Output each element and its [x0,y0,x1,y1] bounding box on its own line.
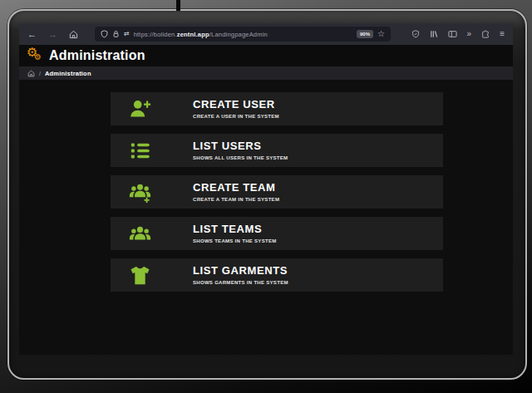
forward-button[interactable]: → [48,30,57,39]
app-header: ⚙ ⚙ Administration [19,45,513,66]
menu-card-title: LIST USERS [193,140,288,152]
shield-icon[interactable] [101,30,108,38]
menu-card-text: LIST GARMENTS SHOWS GARMENTS IN THE SYST… [193,265,288,284]
menu-card-list-users[interactable]: LIST USERS SHOWS ALL USERS IN THE SYSTEM [111,134,443,167]
url-text[interactable]: https://boliden.zentnl.app/LandingpageAd… [134,31,268,38]
url-domain: zentnl.app [177,31,209,38]
bookmark-star-icon[interactable]: ☆ [377,30,385,38]
gear-small-icon: ⚙ [34,53,42,61]
menu-card-text: LIST USERS SHOWS ALL USERS IN THE SYSTEM [193,140,288,160]
menu-card-subtitle: CREATE A TEAM IN THE SYSTEM [193,197,279,202]
menu-card-subtitle: SHOWS ALL USERS IN THE SYSTEM [193,155,288,160]
back-button[interactable]: ← [27,30,37,39]
swap-arrows-icon[interactable]: ⇄ [124,31,130,37]
menu-card-title: LIST TEAMS [193,224,277,235]
library-icon[interactable] [430,30,438,38]
person-add-icon [129,98,151,120]
url-prefix: https://boliden. [134,31,177,38]
menu-card-subtitle: SHOWS TEAMS IN THE SYSTEM [193,238,277,243]
extensions-puzzle-icon[interactable] [481,30,490,38]
toolbar-right-icons: » ≡ [411,30,505,38]
url-bar[interactable]: ⇄ https://boliden.zentnl.app/Landingpage… [95,27,391,42]
menu-card-title: LIST GARMENTS [193,265,288,277]
home-icon[interactable] [69,30,78,39]
menu-card-title: CREATE USER [193,99,279,111]
page-title: Administration [49,48,145,63]
url-path: /LandingpageAdmin [209,31,268,38]
overflow-chevrons-icon[interactable]: » [467,30,472,38]
sidebar-icon[interactable] [448,30,457,38]
menu-card-create-user[interactable]: CREATE USER CREATE A USER IN THE SYSTEM [111,92,443,125]
breadcrumb-home-icon[interactable] [27,70,35,77]
menu-card-subtitle: SHOWS GARMENTS IN THE SYSTEM [193,280,288,285]
group-icon [129,223,151,245]
breadcrumb-current[interactable]: Administration [45,70,91,77]
menu-card-text: CREATE USER CREATE A USER IN THE SYSTEM [193,99,279,118]
menu-card-text: LIST TEAMS SHOWS TEAMS IN THE SYSTEM [193,224,277,243]
device-notch [176,0,180,11]
menu-card-title: CREATE TEAM [193,182,279,194]
breadcrumb-separator: / [39,71,41,76]
group-add-icon [129,181,151,204]
tshirt-icon [129,264,151,287]
protections-shield-icon[interactable] [411,30,420,38]
lock-icon[interactable] [112,30,120,38]
menu-hamburger-icon[interactable]: ≡ [500,30,505,38]
list-icon [129,140,151,162]
menu-card-list-teams[interactable]: LIST TEAMS SHOWS TEAMS IN THE SYSTEM [111,217,443,250]
gears-logo-icon: ⚙ ⚙ [27,47,45,65]
menu-card-create-team[interactable]: CREATE TEAM CREATE A TEAM IN THE SYSTEM [111,175,443,209]
main-content: CREATE USER CREATE A USER IN THE SYSTEM … [19,80,513,355]
zoom-level-badge[interactable]: 90% [357,30,373,38]
browser-window: ← → ⇄ https://boliden.zentnl.app/Landing… [19,23,513,355]
browser-toolbar: ← → ⇄ https://boliden.zentnl.app/Landing… [19,23,513,45]
menu-card-list-garments[interactable]: LIST GARMENTS SHOWS GARMENTS IN THE SYST… [111,258,443,292]
breadcrumb: / Administration [19,66,513,80]
menu-card-subtitle: CREATE A USER IN THE SYSTEM [193,114,279,119]
menu-card-text: CREATE TEAM CREATE A TEAM IN THE SYSTEM [193,182,279,201]
